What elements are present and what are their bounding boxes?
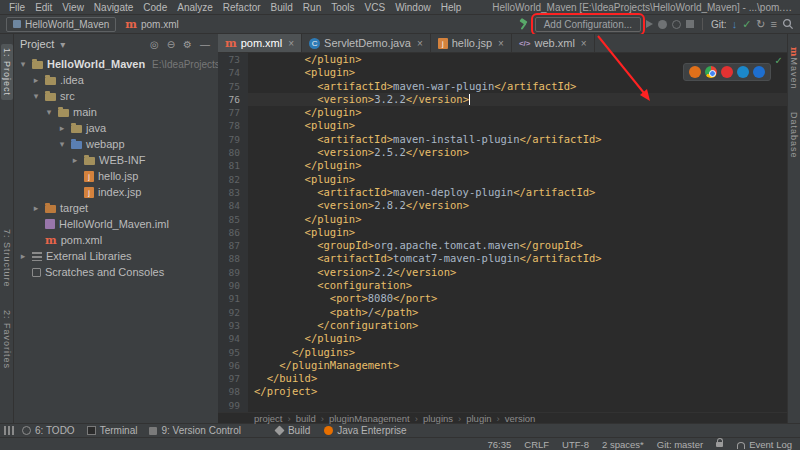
- chevron-down-icon[interactable]: ▾: [31, 91, 41, 101]
- tree-item-pom-xml[interactable]: mpom.xml: [14, 232, 218, 248]
- menu-item-help[interactable]: Help: [436, 2, 467, 13]
- tree-item-idea[interactable]: ▸.idea: [14, 72, 218, 88]
- toolwindow-button-java-enterprise[interactable]: Java Enterprise: [318, 425, 412, 436]
- menu-item-refactor[interactable]: Refactor: [218, 2, 266, 13]
- opera-icon[interactable]: [721, 66, 733, 78]
- tree-item-external-libraries[interactable]: ▸External Libraries: [14, 248, 218, 264]
- toolwindow-button-9-version-control[interactable]: 9: Version Control: [143, 425, 247, 436]
- code-line-97[interactable]: 97 </build>: [218, 372, 787, 385]
- code-line-98[interactable]: 98</project>: [218, 385, 787, 398]
- tree-item-main[interactable]: ▾main: [14, 104, 218, 120]
- debug-icon[interactable]: [658, 20, 667, 29]
- tree-item-webapp[interactable]: ▾webapp: [14, 136, 218, 152]
- search-everywhere-icon[interactable]: [782, 18, 794, 30]
- stripe-2-favorites[interactable]: 2: Favorites: [1, 306, 13, 373]
- stop-icon[interactable]: [686, 20, 694, 28]
- code-line-76[interactable]: 76 <version>3.2.2</version>: [218, 93, 787, 106]
- status-utf-8[interactable]: UTF-8: [562, 439, 589, 450]
- code-line-83[interactable]: 83 <artifactId>maven-deploy-plugin</arti…: [218, 186, 787, 199]
- code-line-94[interactable]: 94 </plugin>: [218, 332, 787, 345]
- chevron-right-icon[interactable]: ▸: [18, 251, 28, 261]
- stripe-database[interactable]: Database: [788, 108, 800, 163]
- stripe-maven[interactable]: mMaven: [788, 43, 800, 94]
- run-icon[interactable]: [646, 20, 653, 28]
- git-log-icon[interactable]: ≡: [771, 19, 777, 30]
- code-line-85[interactable]: 85 </plugin>: [218, 213, 787, 226]
- menu-item-edit[interactable]: Edit: [30, 2, 57, 13]
- menu-item-code[interactable]: Code: [138, 2, 172, 13]
- code-line-86[interactable]: 86 <plugin>: [218, 226, 787, 239]
- navbar-project-chip[interactable]: HelloWorld_Maven: [6, 17, 116, 32]
- menu-item-analyze[interactable]: Analyze: [172, 2, 218, 13]
- code-line-96[interactable]: 96 </pluginManagement>: [218, 359, 787, 372]
- tree-item-index-jsp[interactable]: jindex.jsp: [14, 184, 218, 200]
- code-line-87[interactable]: 87 <groupId>org.apache.tomcat.maven</gro…: [218, 239, 787, 252]
- breadcrumb-project[interactable]: project: [254, 413, 283, 424]
- code-line-95[interactable]: 95 </plugins>: [218, 346, 787, 359]
- tab-pom-xml[interactable]: mpom.xml×: [218, 34, 302, 52]
- chevron-down-icon[interactable]: ▾: [44, 107, 54, 117]
- tree-item-target[interactable]: ▸target: [14, 200, 218, 216]
- git-update-icon[interactable]: ↓: [732, 19, 738, 30]
- close-icon[interactable]: ×: [581, 38, 587, 49]
- edge-icon[interactable]: [753, 66, 765, 78]
- tab-servletdemo-java[interactable]: CServletDemo.java×: [302, 34, 431, 52]
- code-line-79[interactable]: 79 <artifactId>maven-install-plugin</art…: [218, 133, 787, 146]
- menu-item-vcs[interactable]: VCS: [360, 2, 391, 13]
- menu-item-file[interactable]: File: [4, 2, 30, 13]
- tab-hello-jsp[interactable]: jhello.jsp×: [431, 34, 512, 52]
- build-hammer-icon[interactable]: [517, 18, 530, 31]
- chevron-right-icon[interactable]: ▸: [57, 123, 67, 133]
- collapse-all-icon[interactable]: ⊖: [165, 39, 177, 50]
- code-line-88[interactable]: 88 <artifactId>tomcat7-maven-plugin</art…: [218, 252, 787, 265]
- chevron-down-icon[interactable]: ▾: [58, 39, 67, 50]
- status-git-master[interactable]: Git: master: [657, 439, 703, 450]
- safari-icon[interactable]: [737, 66, 749, 78]
- settings-gear-icon[interactable]: ⚙: [181, 39, 194, 50]
- toolwindow-button-terminal[interactable]: Terminal: [81, 425, 144, 436]
- code-line-81[interactable]: 81 </plugin>: [218, 159, 787, 172]
- tree-item-java[interactable]: ▸java: [14, 120, 218, 136]
- code-line-82[interactable]: 82 <plugin>: [218, 173, 787, 186]
- toolwindow-button-build[interactable]: Build: [269, 425, 316, 436]
- tree-item-helloworld-maven[interactable]: ▾HelloWorld_Maven E:\IdeaProjects\HelloW…: [14, 56, 218, 72]
- menu-item-tools[interactable]: Tools: [326, 2, 359, 13]
- event-log-button[interactable]: Event Log: [737, 439, 792, 450]
- menu-item-view[interactable]: View: [57, 2, 89, 13]
- code-line-89[interactable]: 89 <version>2.2</version>: [218, 266, 787, 279]
- breadcrumb-version[interactable]: version: [505, 413, 536, 424]
- code-line-91[interactable]: 91 <port>8080</port>: [218, 292, 787, 305]
- tab-web-xml[interactable]: </>web.xml×: [512, 34, 595, 52]
- menu-item-navigate[interactable]: Navigate: [89, 2, 138, 13]
- code-line-75[interactable]: 75 <artifactId>maven-war-plugin</artifac…: [218, 80, 787, 93]
- menu-item-window[interactable]: Window: [390, 2, 436, 13]
- code-line-90[interactable]: 90 <configuration>: [218, 279, 787, 292]
- close-icon[interactable]: ×: [417, 38, 423, 49]
- menu-item-build[interactable]: Build: [266, 2, 298, 13]
- chevron-right-icon[interactable]: ▸: [31, 203, 41, 213]
- close-icon[interactable]: ×: [288, 38, 294, 49]
- code-line-78[interactable]: 78 <plugin>: [218, 119, 787, 132]
- code-line-80[interactable]: 80 <version>2.5.2</version>: [218, 146, 787, 159]
- code-line-92[interactable]: 92 <path>/</path>: [218, 306, 787, 319]
- tree-item-src[interactable]: ▾src: [14, 88, 218, 104]
- status-76-35[interactable]: 76:35: [488, 439, 512, 450]
- tree-item-hello-jsp[interactable]: jhello.jsp: [14, 168, 218, 184]
- code-line-93[interactable]: 93 </configuration>: [218, 319, 787, 332]
- inspections-ok-icon[interactable]: ✓: [775, 55, 783, 66]
- close-icon[interactable]: ×: [498, 38, 504, 49]
- stripe-7-structure[interactable]: 7: Structure: [1, 225, 13, 292]
- breadcrumb-pluginmanagement[interactable]: pluginManagement: [329, 413, 410, 424]
- git-revert-icon[interactable]: ↻: [756, 19, 765, 30]
- toolwindow-switcher-icon[interactable]: [4, 426, 14, 435]
- chevron-right-icon[interactable]: ▸: [31, 75, 41, 85]
- editor-body[interactable]: 73 </plugin>74 <plugin>75 <artifactId>ma…: [218, 53, 787, 412]
- navbar-file-chip[interactable]: m pom.xml: [121, 18, 182, 31]
- tree-item-web-inf[interactable]: ▸WEB-INF: [14, 152, 218, 168]
- stripe-1-project[interactable]: 1: Project: [1, 44, 13, 100]
- add-configuration-button[interactable]: Add Configuration...: [535, 17, 641, 32]
- hide-panel-icon[interactable]: —: [198, 39, 212, 50]
- breadcrumb-plugin[interactable]: plugin: [466, 413, 491, 424]
- code-line-84[interactable]: 84 <version>2.8.2</version>: [218, 199, 787, 212]
- lock-icon[interactable]: [716, 442, 723, 447]
